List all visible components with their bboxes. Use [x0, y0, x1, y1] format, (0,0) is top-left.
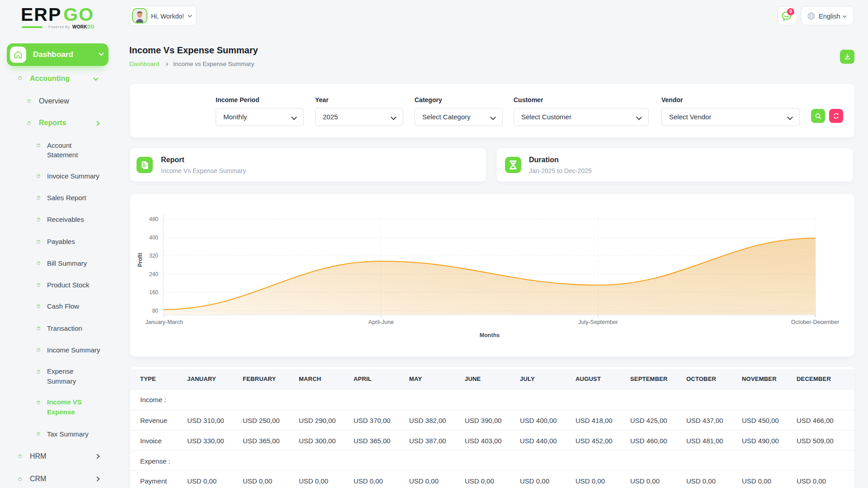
svg-text:Profit: Profit — [137, 253, 143, 267]
svg-text:October-December: October-December — [791, 319, 839, 325]
svg-text:320: 320 — [149, 253, 158, 259]
svg-text:January-March: January-March — [145, 319, 183, 325]
svg-text:160: 160 — [149, 289, 158, 296]
svg-text:240: 240 — [149, 271, 158, 277]
svg-text:Months: Months — [480, 332, 500, 338]
svg-text:400: 400 — [149, 235, 158, 241]
svg-text:80: 80 — [152, 308, 159, 314]
svg-text:April-June: April-June — [368, 319, 394, 325]
svg-text:480: 480 — [149, 216, 158, 222]
svg-text:July-September: July-September — [578, 319, 618, 325]
